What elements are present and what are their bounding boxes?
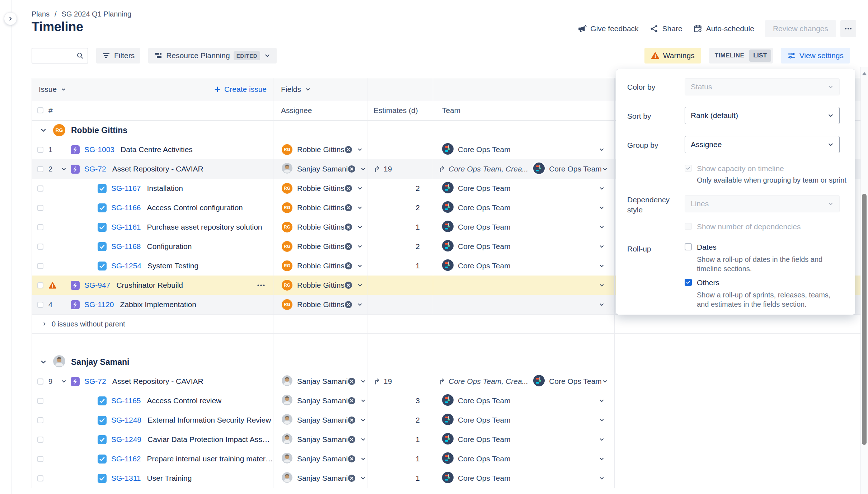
team-dropdown-chevron[interactable] <box>599 436 605 443</box>
review-changes-button[interactable]: Review changes <box>765 20 836 37</box>
give-feedback-button[interactable]: Give feedback <box>577 24 638 33</box>
team-dropdown-chevron[interactable] <box>599 282 605 288</box>
assignee-cell[interactable]: Sanjay Samani <box>273 159 367 179</box>
issue-key-link[interactable]: SG-1003 <box>84 145 114 154</box>
row-checkbox[interactable] <box>37 282 43 288</box>
team-dropdown-chevron[interactable] <box>599 456 605 462</box>
row-checkbox[interactable] <box>37 244 43 250</box>
issue-key-link[interactable]: SG-72 <box>84 165 106 173</box>
issue-key-link[interactable]: SG-1248 <box>111 416 141 424</box>
estimate-cell[interactable]: 19 <box>367 372 433 391</box>
team-dropdown-chevron[interactable] <box>599 224 605 230</box>
team-dropdown-chevron[interactable] <box>602 166 608 172</box>
row-checkbox[interactable] <box>37 263 43 269</box>
assignee-cell[interactable]: RGRobbie Gittins <box>273 198 367 217</box>
issue-row[interactable]: SG-1248External Information Security Rev… <box>32 410 861 430</box>
team-cell[interactable]: Core Ops Team <box>433 391 614 410</box>
team-dropdown-chevron[interactable] <box>599 185 605 192</box>
row-checkbox[interactable] <box>37 185 43 192</box>
estimate-cell[interactable]: 1 <box>367 430 433 449</box>
estimate-cell[interactable]: 2 <box>367 237 433 256</box>
assignee-dropdown-chevron[interactable] <box>357 185 363 192</box>
tab-timeline[interactable]: TIMELINE <box>715 52 745 59</box>
estimate-cell[interactable]: 19 <box>367 159 433 179</box>
clear-assignee-button[interactable] <box>348 416 356 424</box>
expand-chevron[interactable] <box>60 166 68 172</box>
issue-key-link[interactable]: SG-1254 <box>111 262 141 270</box>
saved-view-button[interactable]: Resource Planning EDITED <box>148 48 277 63</box>
assignee-dropdown-chevron[interactable] <box>360 166 366 172</box>
group-collapse-chevron[interactable] <box>39 358 47 366</box>
assignee-dropdown-chevron[interactable] <box>360 378 366 385</box>
clear-assignee-button[interactable] <box>348 436 356 443</box>
team-dropdown-chevron[interactable] <box>599 243 605 250</box>
assignee-dropdown-chevron[interactable] <box>360 475 366 481</box>
row-checkbox[interactable] <box>37 205 43 211</box>
assignee-cell[interactable]: RGRobbie Gittins <box>273 179 367 198</box>
assignee-cell[interactable]: RGRobbie Gittins <box>273 237 367 256</box>
issue-row[interactable]: 9SG-72Asset Repository - CAVIARSanjay Sa… <box>32 372 861 391</box>
assignee-dropdown-chevron[interactable] <box>360 436 366 443</box>
team-cell[interactable] <box>433 276 614 295</box>
clear-assignee-button[interactable] <box>348 397 356 405</box>
assignee-cell[interactable]: Sanjay Samani <box>273 410 367 430</box>
team-cell[interactable]: Core Ops Team <box>433 198 614 217</box>
estimate-cell[interactable]: 2 <box>367 179 433 198</box>
estimate-cell[interactable] <box>367 276 433 295</box>
assignee-dropdown-chevron[interactable] <box>357 282 363 288</box>
expand-chevron[interactable] <box>60 378 68 385</box>
team-cell[interactable]: Core Ops Team <box>433 256 614 276</box>
team-cell[interactable]: Core Ops Team <box>433 217 614 237</box>
column-divider-assignee[interactable] <box>367 78 367 488</box>
search-input[interactable] <box>32 48 76 63</box>
share-button[interactable]: Share <box>649 24 682 33</box>
assignee-dropdown-chevron[interactable] <box>360 456 366 462</box>
scrollbar-thumb[interactable] <box>862 194 867 445</box>
row-actions-button[interactable] <box>256 281 266 290</box>
estimate-cell[interactable]: 1 <box>367 256 433 276</box>
clear-assignee-button[interactable] <box>344 262 352 270</box>
rollup-dates-checkbox[interactable]: Dates <box>685 243 717 251</box>
column-divider-issue[interactable] <box>273 78 273 488</box>
row-checkbox[interactable] <box>37 378 43 385</box>
team-dropdown-chevron[interactable] <box>602 378 608 385</box>
issue-column-menu[interactable]: Issue <box>39 85 57 94</box>
row-checkbox[interactable] <box>37 166 43 172</box>
assignee-cell[interactable]: RGRobbie Gittins <box>273 140 367 159</box>
team-cell[interactable]: Core Ops Team, Crea...Core Ops Team <box>433 159 614 179</box>
team-dropdown-chevron[interactable] <box>599 204 605 211</box>
estimate-cell[interactable]: 2 <box>367 198 433 217</box>
clear-assignee-button[interactable] <box>348 165 356 173</box>
team-cell[interactable]: Core Ops Team <box>433 237 614 256</box>
row-checkbox[interactable] <box>37 456 43 462</box>
team-cell[interactable]: Core Ops Team <box>433 179 614 198</box>
vertical-scrollbar[interactable] <box>860 67 868 494</box>
team-dropdown-chevron[interactable] <box>599 417 605 423</box>
clear-assignee-button[interactable] <box>344 146 352 154</box>
filters-button[interactable]: Filters <box>96 48 140 63</box>
issue-row[interactable]: SG-1249Caviar Data Protection Impact Ass… <box>32 430 861 449</box>
issue-key-link[interactable]: SG-1311 <box>111 474 141 483</box>
view-settings-button[interactable]: View settings <box>781 48 850 63</box>
clear-assignee-button[interactable] <box>344 223 352 231</box>
warnings-button[interactable]: Warnings <box>644 48 701 63</box>
issue-row[interactable]: SG-1165Access Control reviewSanjay Saman… <box>32 391 861 410</box>
rollup-others-checkbox[interactable]: Others <box>685 279 719 287</box>
team-cell[interactable]: Core Ops Team, Crea...Core Ops Team <box>433 372 614 391</box>
column-divider-estimates[interactable] <box>433 78 433 488</box>
team-cell[interactable]: Core Ops Team <box>433 469 614 488</box>
team-dropdown-chevron[interactable] <box>599 475 605 481</box>
estimate-cell[interactable]: 1 <box>367 469 433 488</box>
assignee-dropdown-chevron[interactable] <box>357 204 363 211</box>
scrollbar-up-arrow[interactable] <box>862 72 867 75</box>
more-actions-button[interactable] <box>840 20 856 37</box>
create-issue-button[interactable]: Create issue <box>214 85 267 94</box>
estimate-cell[interactable] <box>367 295 433 314</box>
assignee-cell[interactable]: RGRobbie Gittins <box>273 295 367 314</box>
estimate-cell[interactable] <box>367 140 433 159</box>
tab-list[interactable]: LIST <box>749 50 771 62</box>
assignee-cell[interactable]: Sanjay Samani <box>273 372 367 391</box>
team-cell[interactable]: Core Ops Team <box>433 140 614 159</box>
team-dropdown-chevron[interactable] <box>599 146 605 153</box>
clear-assignee-button[interactable] <box>348 455 356 463</box>
